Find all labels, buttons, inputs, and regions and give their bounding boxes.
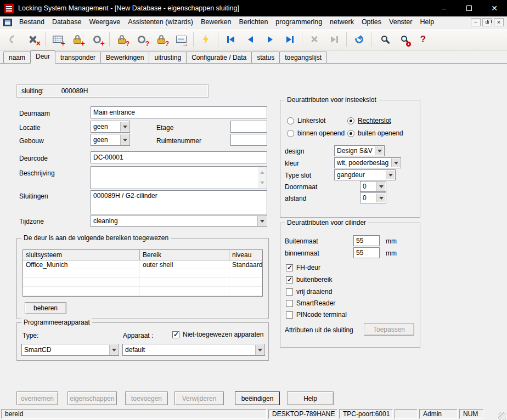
column-header-niveau[interactable]: niveau	[229, 250, 262, 260]
menu-bestand[interactable]: Bestand	[15, 18, 48, 27]
fh-deur-checkbox[interactable]: FH-deur	[286, 264, 320, 271]
program-card-icon[interactable]	[171, 31, 191, 48]
tijdzone-select[interactable]: cleaning	[91, 215, 267, 227]
search-icon[interactable]	[374, 31, 393, 48]
scroll-down-icon[interactable]	[260, 181, 264, 186]
overnemen-button[interactable]: overnemen	[16, 391, 58, 405]
minimize-button[interactable]: –	[431, 0, 457, 16]
binnen-openend-radio[interactable]: binnen openend	[287, 129, 345, 137]
chevron-down-icon[interactable]	[375, 146, 384, 155]
menu-venster[interactable]: Venster	[385, 18, 416, 27]
buitenbereik-checkbox[interactable]: buitenbereik	[286, 276, 332, 283]
toevoegen-button[interactable]: toevoegen	[125, 391, 168, 405]
buitenmaat-input[interactable]: 55	[353, 235, 380, 246]
menu-berichten[interactable]: Berichten	[235, 18, 272, 27]
tab-bewerkingen[interactable]: Bewerkingen	[100, 52, 149, 63]
search-options-icon[interactable]	[393, 31, 413, 48]
deurcode-input[interactable]: DC-00001	[91, 151, 267, 163]
previous-record-icon[interactable]	[240, 31, 260, 48]
next-record-icon[interactable]	[260, 31, 280, 48]
chevron-down-icon[interactable]	[376, 194, 385, 202]
chevron-down-icon[interactable]	[120, 135, 129, 145]
afstand-select[interactable]: 0	[360, 192, 386, 203]
menu-programmering[interactable]: programmering	[272, 18, 326, 27]
tab-status[interactable]: status	[251, 52, 280, 63]
close-button[interactable]: ✕	[482, 0, 507, 16]
disconnect-icon[interactable]	[23, 31, 43, 48]
gebouw-select[interactable]: geen	[91, 134, 130, 146]
cancel-icon[interactable]	[305, 31, 324, 48]
deurnaam-input[interactable]: Main entrance	[91, 106, 267, 118]
type-slot-select[interactable]: gangdeur	[334, 169, 396, 180]
toepassen-button[interactable]: Toepassen	[364, 323, 414, 336]
rechterslot-radio[interactable]: Rechterslot	[347, 117, 391, 124]
beschrijving-textarea[interactable]	[91, 166, 267, 189]
sluitingen-textarea[interactable]: 000089H / G2-cilinder	[91, 190, 267, 214]
tab-transponder[interactable]: transponder	[55, 52, 101, 63]
scroll-up-icon[interactable]	[260, 169, 264, 174]
child-window-icon[interactable]	[3, 19, 12, 26]
tab-uitrusting[interactable]: uitrusting	[149, 52, 187, 63]
chevron-down-icon[interactable]	[255, 345, 264, 355]
execute-program-icon[interactable]	[196, 31, 216, 48]
apparaat-select[interactable]: default	[122, 344, 265, 356]
ruimtenummer-input[interactable]	[230, 134, 267, 146]
help-icon[interactable]: ?	[413, 31, 433, 48]
binnenmaat-input[interactable]: 55	[353, 247, 380, 258]
type-select[interactable]: SmartCD	[21, 344, 119, 356]
design-select[interactable]: Design S&V	[334, 145, 385, 156]
column-header-sluitsysteem[interactable]: sluitsysteem	[23, 250, 140, 260]
kleur-select[interactable]: wit, poederbeslag	[334, 157, 401, 168]
locatie-select[interactable]: geen	[91, 121, 130, 133]
maximize-button[interactable]	[457, 0, 482, 16]
doornmaat-select[interactable]: 0	[360, 181, 386, 192]
menu-netwerk[interactable]: netwerk	[326, 18, 358, 27]
table-row[interactable]: Office_Munich outer shell Standaard	[23, 260, 262, 269]
transponder-status-icon[interactable]	[132, 31, 151, 48]
chevron-down-icon[interactable]	[391, 158, 400, 167]
chevron-down-icon[interactable]	[109, 345, 118, 355]
menu-help[interactable]: Help	[416, 18, 438, 27]
buiten-openend-radio[interactable]: buiten openend	[347, 129, 403, 137]
vrij-draaiend-checkbox[interactable]: vrij draaiend	[286, 288, 332, 296]
chevron-down-icon[interactable]	[257, 216, 266, 226]
tab-configuratie-data[interactable]: Configuratie / Data	[186, 52, 252, 63]
menu-bewerken[interactable]: Bewerken	[197, 18, 235, 27]
mdi-minimize-button[interactable]: –	[471, 18, 481, 26]
menu-assistenten[interactable]: Assistenten (wizards)	[124, 18, 197, 27]
chevron-down-icon[interactable]	[120, 122, 129, 132]
refresh-icon[interactable]	[349, 31, 369, 48]
tab-deur[interactable]: Deur	[30, 50, 55, 64]
eigenschappen-button[interactable]: eigenschappen	[67, 391, 117, 405]
lock-read-icon[interactable]	[151, 31, 171, 48]
menu-opties[interactable]: Opties	[358, 18, 385, 27]
beschrijving-scrollbar[interactable]	[258, 167, 266, 188]
mdi-close-button[interactable]: ✕	[494, 18, 504, 26]
chevron-down-icon[interactable]	[386, 171, 395, 179]
tab-naam[interactable]: naam	[3, 52, 31, 63]
add-matrix-icon[interactable]	[48, 31, 67, 48]
menu-database[interactable]: Database	[48, 18, 86, 27]
verwijderen-button[interactable]: Verwijderen	[174, 391, 224, 405]
add-lock-icon[interactable]	[67, 31, 87, 48]
menu-weergave[interactable]: Weergave	[85, 18, 124, 27]
resize-grip[interactable]	[498, 412, 506, 420]
pincode-terminal-checkbox[interactable]: PINcode terminal	[286, 311, 347, 319]
chevron-down-icon[interactable]	[376, 182, 385, 191]
skip-end-icon[interactable]	[324, 31, 344, 48]
add-transponder-icon[interactable]	[87, 31, 107, 48]
tab-toegangslijst[interactable]: toegangslijst	[279, 52, 327, 63]
column-header-bereik[interactable]: Bereik	[140, 250, 229, 260]
undo-icon[interactable]	[3, 31, 23, 48]
mdi-restore-button[interactable]	[482, 18, 492, 26]
beeindigen-button[interactable]: beëindigen	[235, 391, 280, 405]
smartreader-checkbox[interactable]: SmartReader	[286, 299, 335, 307]
lock-status-icon[interactable]	[112, 31, 132, 48]
etage-input[interactable]	[230, 121, 267, 133]
last-record-icon[interactable]	[280, 31, 300, 48]
first-record-icon[interactable]	[221, 31, 240, 48]
help-button[interactable]: Help	[287, 391, 334, 405]
niet-toegewezen-checkbox[interactable]: Niet-toegewezen apparaten	[172, 331, 263, 338]
beheren-button[interactable]: beheren	[25, 302, 66, 314]
linkerslot-radio[interactable]: Linkerslot	[287, 117, 325, 124]
